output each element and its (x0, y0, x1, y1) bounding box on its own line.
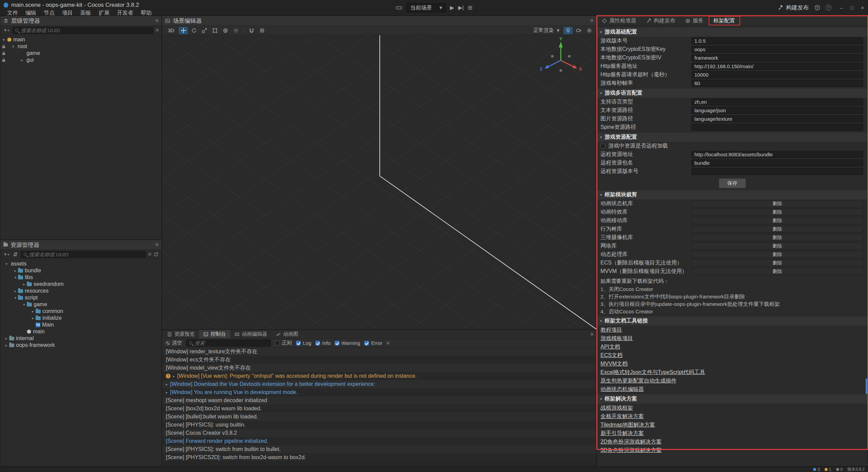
collapse-arrow-icon[interactable]: ▾ (11, 44, 16, 49)
expand-arrow-icon[interactable]: ▸ (166, 382, 168, 387)
http-timeout-input[interactable] (691, 71, 863, 78)
rect-tool[interactable] (210, 27, 219, 34)
tab-animation-editor[interactable]: 动画编辑器 (230, 330, 272, 338)
doc-link-api[interactable]: API文档 (597, 342, 868, 351)
tree-node-game[interactable]: game (0, 50, 161, 57)
render-mode-select[interactable]: 正常渲染 ▾ (531, 27, 562, 34)
expand-arrow-icon[interactable]: ▸ (13, 269, 18, 273)
remote-version-input[interactable] (691, 168, 863, 175)
delete-button[interactable]: 删除 (691, 200, 863, 207)
expand-arrow-icon[interactable]: ▸ (4, 343, 9, 348)
crypto-iv-input[interactable] (691, 54, 863, 61)
collapse-arrow-icon[interactable]: ▾ (1, 38, 6, 42)
expand-arrow-icon[interactable]: ▸ (21, 282, 27, 287)
tab-console[interactable]: 控制台 (199, 330, 230, 338)
log-row-info[interactable]: ▸ [Window] You are running Vue in develo… (162, 388, 596, 396)
doc-link-ecs[interactable]: ECS文档 (597, 351, 868, 359)
asset-node-initialize[interactable]: ▸ initialize (4, 315, 161, 321)
save-button[interactable]: 保存 (719, 178, 746, 188)
tree-node-gui[interactable]: ▸ gui (0, 57, 161, 63)
minimize-button[interactable]: – (840, 5, 843, 11)
gizmo-space-toggle[interactable] (221, 27, 230, 34)
log-row[interactable]: [Scene] Cocos Creator v3.8.2 (162, 429, 596, 437)
layout-button[interactable]: ⊞ (468, 5, 472, 11)
tab-build-publish[interactable]: 构建发布 (642, 16, 680, 25)
panel-menu-icon[interactable]: ≡ (590, 18, 593, 24)
asset-node-main-scene[interactable]: main (4, 328, 161, 335)
log-row[interactable]: [Scene] [PHYSICS2D]: switch from box2d-w… (162, 453, 596, 461)
tab-service[interactable]: 服务 (680, 16, 709, 25)
asset-node-bundle[interactable]: ▸ bundle (4, 267, 161, 274)
log-row[interactable]: [Window] render_texture文件夹不存在 (162, 348, 596, 356)
solution-link-chess[interactable]: 战棋游戏框架 (597, 404, 868, 412)
regex-toggle[interactable]: 正则 (275, 340, 292, 346)
section-module-trim[interactable]: ▾ 框架模块裁剪 (597, 190, 868, 199)
scene-viewport[interactable]: Y X Z (162, 35, 596, 329)
inspector-scrollbar[interactable] (866, 378, 867, 394)
help-icon[interactable]: ? (826, 5, 831, 11)
step-button[interactable]: ▶| (458, 5, 463, 11)
package-icon[interactable] (814, 5, 820, 11)
console-search-input[interactable] (195, 340, 268, 346)
http-server-input[interactable] (691, 63, 863, 70)
tree-node-root[interactable]: ▾ root (0, 43, 161, 50)
solution-link-fullstack[interactable]: 全栈开发解决方案 (597, 412, 868, 420)
collapse-arrow-icon[interactable]: ▾ (21, 302, 27, 307)
log-row[interactable]: [Window] model_view文件夹不存在 (162, 364, 596, 372)
languages-input[interactable] (691, 98, 863, 105)
tree-node-main[interactable]: ▾ main (0, 36, 161, 43)
asset-node-libs[interactable]: ▾ libs (4, 274, 161, 281)
message-count-badge[interactable]: 0 (836, 467, 843, 472)
lang-json-path-input[interactable] (691, 107, 863, 114)
view-gizmo[interactable]: Y X Z (535, 37, 586, 81)
log-row[interactable]: [Window] ecs文件夹不存在 (162, 356, 596, 364)
clear-console-button[interactable]: 清空 (166, 340, 182, 346)
scene-camera-settings[interactable] (574, 27, 583, 34)
delete-button[interactable]: 删除 (691, 225, 863, 233)
delete-button[interactable]: 删除 (691, 234, 863, 241)
delete-button[interactable]: 删除 (691, 268, 863, 275)
log-row[interactable]: [Scene] [bullet]:bullet wasm lib loaded. (162, 413, 596, 421)
remote-bundle-input[interactable] (691, 159, 863, 166)
expand-arr ow-icon[interactable]: ▸ (4, 336, 9, 341)
regex-checkbox[interactable] (275, 341, 280, 346)
solution-link-guide[interactable]: 新手引导解决方案 (597, 429, 868, 437)
tab-animation-graph[interactable]: 动画图 (272, 330, 303, 338)
preview-target-icon[interactable] (396, 5, 402, 11)
doc-link-anim-editor[interactable]: 动画状态机编辑器 (597, 385, 868, 393)
move-tool[interactable] (179, 27, 188, 34)
spine-path-input[interactable] (691, 124, 863, 131)
assets-search-input[interactable] (29, 252, 143, 257)
maximize-button[interactable]: □ (850, 5, 853, 11)
asset-node-common[interactable]: ▸ common (4, 308, 161, 315)
collapse-arrow-icon[interactable]: ▾ (13, 275, 18, 280)
error-count-badge[interactable]: 3 (813, 467, 820, 472)
expand-arrow-icon[interactable]: ▸ (30, 316, 36, 320)
panel-menu-icon[interactable]: ≡ (590, 331, 596, 337)
expand-arrow-icon[interactable]: ▸ (13, 289, 18, 293)
tab-asset-preview[interactable]: 资源预览 (163, 330, 199, 338)
collapse-arrow-icon[interactable]: ▾ (4, 262, 9, 266)
solution-link-3drpg[interactable]: 3D角色扮演游戏解决方案 (597, 446, 868, 454)
grid-snap-tool[interactable]: ⊞ (257, 27, 267, 34)
game-version-input[interactable] (691, 37, 863, 44)
delete-button[interactable]: 删除 (691, 259, 863, 267)
log-row[interactable]: [Scene] [PHYSICS]: using builtin. (162, 421, 596, 429)
section-resource-config[interactable]: ▾ 游戏资源配置 (597, 132, 868, 142)
play-button[interactable]: ▶ (450, 5, 454, 11)
log-checkbox[interactable] (296, 341, 301, 346)
asset-node-main-ts[interactable]: TS Main (4, 321, 161, 328)
solution-link-tiledmap[interactable]: Tiledmap地图解决方案 (597, 420, 868, 429)
remote-url-input[interactable] (691, 151, 863, 158)
hierarchy-search-input[interactable] (21, 27, 150, 33)
delete-button[interactable]: 删除 (691, 209, 863, 216)
asset-node-game[interactable]: ▾ game (4, 301, 161, 308)
close-button[interactable]: × (861, 5, 864, 11)
log-row-info[interactable]: [Scene] Forward render pipeline initiali… (162, 437, 596, 445)
expand-arrow-icon[interactable]: ▸ (30, 309, 36, 314)
error-checkbox[interactable] (364, 341, 369, 346)
scene-settings-gear[interactable] (585, 27, 594, 34)
doc-link-tutorial[interactable]: 教程项目 (597, 326, 868, 334)
filter-info[interactable]: Info (315, 340, 331, 346)
gizmo-pivot-toggle[interactable] (231, 27, 240, 34)
